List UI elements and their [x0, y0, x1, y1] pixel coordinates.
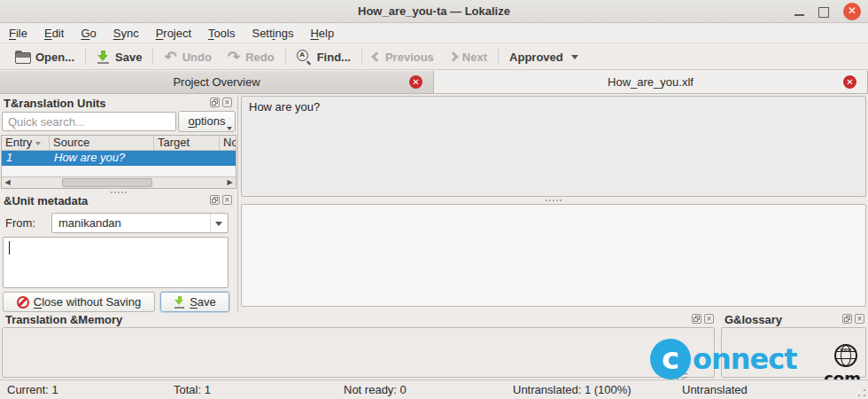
find-button[interactable]: A Find...	[289, 45, 359, 68]
editor-splitter[interactable]	[241, 198, 866, 203]
redo-icon: ↷	[228, 51, 240, 63]
float-panel-icon[interactable]	[210, 98, 220, 107]
undo-button[interactable]: ↶ Undo	[156, 45, 219, 68]
dock-controls	[692, 314, 714, 324]
translation-memory-body[interactable]	[2, 327, 715, 378]
glossary-panel-title: G&lossary	[725, 313, 782, 326]
close-button[interactable]: ✕	[843, 0, 861, 23]
float-panel-icon[interactable]	[692, 314, 701, 324]
save-icon	[97, 51, 110, 64]
chevron-left-icon	[371, 51, 381, 61]
source-text-view[interactable]: How are you?	[241, 96, 866, 197]
toolbar-separator	[498, 49, 499, 65]
tab-close-icon[interactable]: ✕	[843, 75, 856, 89]
maximize-button[interactable]	[813, 0, 833, 23]
tab-project-overview[interactable]: Project Overview ✕	[0, 71, 434, 93]
tab-bar: Project Overview ✕ How_are_you.xlf ✕	[0, 71, 868, 94]
scrollbar-thumb[interactable]	[62, 178, 152, 187]
menu-file[interactable]: File	[9, 27, 27, 40]
lokalize-window: How_are_you-ta — Lokalize ✕ File Edit Go…	[0, 0, 868, 399]
menu-project[interactable]: Project	[156, 27, 191, 40]
resize-grip[interactable]	[857, 388, 866, 397]
from-label: From:	[5, 216, 35, 230]
close-panel-icon[interactable]	[222, 98, 232, 107]
translation-units-table: Entry Source Target Note 1 How are you? …	[1, 135, 236, 189]
previous-button[interactable]: Previous	[365, 45, 442, 68]
close-without-saving-button[interactable]: Close without Saving	[3, 292, 155, 312]
scroll-left-icon[interactable]: ◀	[2, 177, 13, 188]
main-area: T&ranslation Units options Entry Source …	[0, 95, 868, 312]
float-panel-icon[interactable]	[842, 314, 852, 324]
search-icon: A	[297, 50, 312, 65]
column-header-target[interactable]: Target	[154, 136, 220, 150]
menu-go[interactable]: Go	[81, 27, 96, 40]
status-untranslated-state: Untranslated	[682, 380, 748, 399]
cell-target	[154, 151, 220, 166]
scroll-right-icon[interactable]: ▶	[224, 177, 236, 188]
chevron-right-icon	[448, 51, 458, 61]
undo-icon: ↶	[164, 51, 176, 63]
translation-memory-panel-title: Translation &Memory	[5, 313, 122, 326]
metadata-note-editor[interactable]	[3, 237, 229, 288]
menu-tools[interactable]: Tools	[208, 27, 235, 40]
open-button[interactable]: Open...	[7, 45, 82, 68]
dock-controls	[842, 314, 864, 324]
column-header-entry[interactable]: Entry	[2, 136, 50, 150]
horizontal-scrollbar[interactable]: ◀ ▶	[2, 176, 236, 188]
from-combobox[interactable]: manikandan	[51, 213, 229, 233]
status-current: Current: 1	[7, 380, 58, 399]
minimize-button[interactable]	[790, 0, 810, 23]
table-row[interactable]: 1 How are you?	[2, 151, 236, 166]
source-text: How are you?	[249, 100, 320, 113]
toolbar-separator	[152, 49, 153, 65]
toolbar-separator	[285, 49, 286, 65]
chevron-down-icon	[227, 127, 232, 130]
close-panel-icon[interactable]	[704, 314, 714, 324]
translation-editor: How are you?	[239, 95, 868, 312]
dock-controls	[210, 195, 232, 205]
no-entry-icon	[17, 296, 29, 309]
dock-controls	[210, 98, 232, 107]
menu-sync[interactable]: Sync	[113, 27, 139, 40]
window-title: How_are_you-ta — Lokalize	[0, 0, 868, 23]
save-button[interactable]: Save	[89, 45, 150, 68]
glossary-body[interactable]	[721, 327, 866, 378]
chevron-down-icon	[215, 222, 222, 226]
from-value: manikandan	[58, 216, 121, 230]
main-toolbar: Open... Save ↶ Undo ↷ Redo A Find... Pre…	[0, 44, 868, 70]
quick-search-input[interactable]	[2, 112, 176, 131]
status-total: Total: 1	[174, 380, 211, 399]
bottom-panels: Translation &Memory G&lossary	[0, 312, 868, 379]
tab-label: How_are_you.xlf	[608, 75, 694, 89]
sort-desc-icon	[35, 142, 41, 145]
close-panel-icon[interactable]	[855, 314, 864, 324]
column-header-note[interactable]: Note	[220, 136, 236, 150]
target-text-editor[interactable]	[241, 204, 866, 307]
unit-metadata-panel-title: &Unit metadata	[4, 194, 88, 207]
float-panel-icon[interactable]	[210, 195, 220, 205]
folder-icon	[15, 51, 30, 63]
status-not-ready: Not ready: 0	[344, 380, 407, 399]
menu-bar: File Edit Go Sync Project Tools Settings…	[0, 24, 868, 43]
menu-help[interactable]: Help	[310, 27, 334, 40]
status-bar: Current: 1 Total: 1 Not ready: 0 Untrans…	[0, 379, 868, 399]
menu-edit[interactable]: Edit	[44, 27, 64, 40]
column-header-source[interactable]: Source	[50, 136, 154, 150]
redo-button[interactable]: ↷ Redo	[220, 45, 283, 68]
metadata-save-button[interactable]: Save	[160, 292, 229, 312]
save-icon	[174, 296, 185, 309]
left-dock-column: T&ranslation Units options Entry Source …	[0, 95, 238, 312]
close-panel-icon[interactable]	[222, 195, 232, 205]
text-caret	[9, 241, 10, 254]
next-button[interactable]: Next	[442, 45, 495, 68]
tab-how-are-you-xlf[interactable]: How_are_you.xlf ✕	[434, 71, 868, 93]
menu-settings[interactable]: Settings	[252, 27, 293, 40]
options-button[interactable]: options	[178, 111, 236, 132]
status-untranslated-count: Untranslated: 1 (100%)	[513, 380, 632, 399]
approved-state-dropdown[interactable]: Approved	[501, 45, 586, 68]
table-header: Entry Source Target Note	[2, 136, 236, 151]
toolbar-separator	[85, 49, 86, 65]
cell-source: How are you?	[50, 151, 154, 166]
tab-close-icon[interactable]: ✕	[409, 75, 422, 89]
cell-entry: 1	[2, 151, 50, 166]
